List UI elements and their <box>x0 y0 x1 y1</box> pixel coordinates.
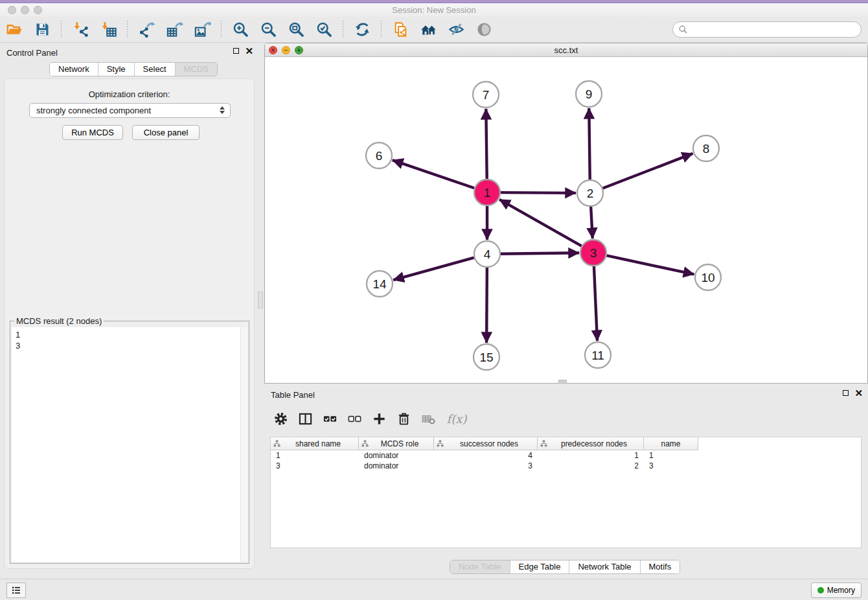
control-panel-header: Control Panel ✕ <box>0 44 258 61</box>
close-panel-icon[interactable]: ✕ <box>245 47 253 54</box>
mcds-result-text: 1 3 <box>12 327 240 562</box>
toolbar-separator <box>343 21 343 39</box>
open-folder-icon <box>6 21 23 38</box>
table-settings-button[interactable] <box>271 409 290 428</box>
table-cell: 1 <box>271 450 359 461</box>
zoom-selected-icon <box>315 21 333 38</box>
tab-motifs[interactable]: Motifs <box>641 560 680 573</box>
save-session-button[interactable] <box>31 19 53 41</box>
table-cell: 1 <box>644 450 698 461</box>
delete-column-button[interactable] <box>394 409 413 428</box>
graph-node-label: 9 <box>586 87 593 101</box>
float-panel-icon[interactable] <box>233 48 239 54</box>
close-table-panel-icon[interactable]: ✕ <box>854 389 863 397</box>
graph-edge-3-11[interactable] <box>594 266 597 341</box>
search-input[interactable] <box>691 24 856 35</box>
graph-node-label: 10 <box>701 271 714 284</box>
column-label: shared name <box>280 439 356 448</box>
graph-edge-3-10[interactable] <box>607 255 694 274</box>
graph-edge-3-1[interactable] <box>499 200 582 246</box>
column-header-name[interactable]: name <box>644 437 698 450</box>
result-scrollbar[interactable] <box>240 327 247 562</box>
tab-node-table[interactable]: Node Table <box>450 560 510 573</box>
column-header-successor-nodes[interactable]: successor nodes <box>434 437 538 450</box>
graph-node-label: 11 <box>591 349 604 362</box>
network-home-button[interactable] <box>417 19 439 41</box>
export-network-icon <box>138 21 155 38</box>
show-details-button[interactable] <box>473 19 495 41</box>
column-type-icon <box>437 440 444 447</box>
table-body: 1dominator4113dominator323 <box>271 450 861 471</box>
column-header-predecessor-nodes[interactable]: predecessor nodes <box>538 437 644 450</box>
refresh-button[interactable] <box>351 19 373 41</box>
refresh-icon <box>354 21 371 38</box>
memory-button[interactable]: Memory <box>811 583 862 598</box>
horizontal-split-handle[interactable] <box>558 380 567 384</box>
add-column-button[interactable] <box>369 409 389 428</box>
graph-edge-1-6[interactable] <box>393 160 474 188</box>
network-window-title: scc.txt <box>265 45 867 55</box>
table-row[interactable]: 1dominator411 <box>271 450 861 461</box>
export-table-button[interactable] <box>163 19 185 41</box>
float-table-panel-icon[interactable] <box>843 390 849 396</box>
network-window-titlebar: × − + scc.txt <box>265 43 867 57</box>
run-mcds-button[interactable]: Run MCDS <box>62 125 123 140</box>
table-row[interactable]: 3dominator323 <box>271 461 861 471</box>
graph-edge-1-7[interactable] <box>486 109 486 179</box>
network-canvas[interactable]: 1234678910111415 <box>265 57 867 383</box>
hide-details-button[interactable] <box>445 19 467 41</box>
optimization-dropdown[interactable]: strongly connected component <box>29 103 231 118</box>
table-cell: 3 <box>644 461 698 471</box>
clear-checks-button[interactable] <box>345 409 364 428</box>
duplicate-network-button[interactable] <box>389 19 411 41</box>
select-checks-button[interactable] <box>320 409 339 428</box>
import-table-button[interactable] <box>97 19 119 41</box>
column-header-shared-name[interactable]: shared name <box>271 437 359 450</box>
column-type-icon <box>540 440 547 447</box>
search-icon <box>678 25 688 34</box>
tab-select[interactable]: Select <box>135 63 176 76</box>
graph-edge-2-3[interactable] <box>591 207 593 238</box>
graph-edge-2-9[interactable] <box>589 108 589 179</box>
export-image-button[interactable] <box>191 19 213 41</box>
graph-edge-4-14[interactable] <box>393 258 474 281</box>
tab-mcds[interactable]: MCDS <box>176 63 217 76</box>
search-box[interactable] <box>672 21 862 38</box>
table-cell: 1 <box>538 450 644 461</box>
memory-label: Memory <box>827 586 855 595</box>
graph-node-label: 4 <box>484 248 491 261</box>
zoom-in-button[interactable] <box>229 19 251 41</box>
task-history-button[interactable] <box>6 583 26 598</box>
delete-table-button[interactable] <box>418 409 438 428</box>
mcds-result-box: MCDS result (2 nodes) 1 3 <box>10 316 249 564</box>
open-session-button[interactable] <box>3 19 25 41</box>
tab-network[interactable]: Network <box>50 63 98 76</box>
tab-network-table[interactable]: Network Table <box>569 560 640 573</box>
dropdown-value: strongly connected component <box>36 106 151 115</box>
close-panel-button[interactable]: Close panel <box>132 125 200 140</box>
graph-edge-4-3[interactable] <box>501 253 579 253</box>
export-network-button[interactable] <box>135 19 157 41</box>
import-network-button[interactable] <box>69 19 91 41</box>
save-icon <box>34 21 51 38</box>
columns-icon <box>298 411 313 426</box>
graph-edge-1-2[interactable] <box>501 192 576 193</box>
export-image-icon <box>194 21 211 38</box>
function-builder-button[interactable]: f(x) <box>443 409 470 428</box>
split-columns-button[interactable] <box>295 409 315 428</box>
graph-edge-2-8[interactable] <box>603 154 693 189</box>
graph-edge-4-15[interactable] <box>486 268 487 343</box>
vertical-split-handle[interactable] <box>258 292 263 308</box>
optimization-label: Optimization criterion: <box>5 89 254 99</box>
zoom-out-button[interactable] <box>257 19 279 41</box>
graph-node-label: 3 <box>590 246 597 260</box>
control-panel-tabs: NetworkStyleSelectMCDS <box>49 62 218 76</box>
zoom-selected-button[interactable] <box>313 19 335 41</box>
column-header-MCDS-role[interactable]: MCDS role <box>359 437 434 450</box>
tab-style[interactable]: Style <box>98 63 135 76</box>
status-bar: Memory <box>0 579 868 600</box>
gear-icon <box>273 411 288 426</box>
zoom-fit-icon <box>288 21 305 38</box>
zoom-fit-button[interactable] <box>285 19 307 41</box>
tab-edge-table[interactable]: Edge Table <box>510 560 570 573</box>
